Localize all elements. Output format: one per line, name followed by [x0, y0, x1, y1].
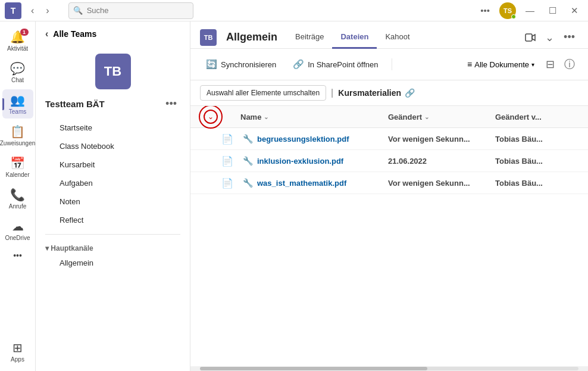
maximize-button[interactable]: ☐: [544, 3, 561, 18]
file-link-1[interactable]: begruessungslektion.pdf: [257, 135, 388, 144]
channels-section-label: ▾ Hauptkanäle: [36, 239, 190, 255]
team-nav-grades[interactable]: Noten: [40, 192, 185, 211]
all-docs-button[interactable]: ≡ Alle Dokumente ▾: [462, 57, 540, 72]
select-all-button[interactable]: Auswahl aller Elemente umschalten: [200, 85, 326, 101]
forward-button[interactable]: ›: [41, 3, 54, 18]
app-logo: T: [5, 2, 21, 19]
dropdown-chevron-icon: ▾: [531, 61, 534, 68]
video-button[interactable]: [521, 30, 539, 45]
scrollbar-thumb: [200, 367, 427, 370]
svg-rect-0: [526, 34, 532, 41]
sidebar-item-apps[interactable]: ⊞ Apps: [2, 337, 33, 366]
header-more-button[interactable]: •••: [560, 27, 578, 47]
tab-dateien[interactable]: Dateien: [332, 26, 377, 49]
main-layout: 🔔 Aktivität 1 💬 Chat 👥 Teams 📋 Zuweisung…: [0, 21, 588, 371]
channel-general[interactable]: Allgemein: [40, 255, 185, 271]
info-button[interactable]: ⓘ: [561, 54, 578, 75]
sidebar-item-chat[interactable]: 💬 Chat: [2, 58, 33, 87]
calls-icon: 📞: [10, 188, 25, 202]
team-avatar: TB: [95, 54, 131, 89]
team-nav-coursework[interactable]: Kursarbeit: [40, 155, 185, 174]
avatar-wrap: TS: [499, 2, 516, 19]
sharepoint-label: In SharePoint öffnen: [308, 60, 378, 69]
chevron-down-icon: ⌄: [208, 113, 214, 121]
team-nav-tasks[interactable]: Aufgaben: [40, 174, 185, 192]
breadcrumb-bar: Auswahl aller Elemente umschalten | Kurs…: [190, 80, 588, 106]
sync-button[interactable]: 🔄 Synchronisieren: [200, 55, 282, 73]
file-action-1: 🔧: [240, 134, 255, 144]
back-to-teams[interactable]: ‹ Alle Teams: [36, 21, 190, 46]
sidebar-label-assignments: Zuweisungen: [0, 140, 35, 146]
toolbar: 🔄 Synchronisieren 🔗 In SharePoint öffnen…: [190, 49, 588, 80]
file-modified-by-1: Tobias Bäu...: [495, 135, 578, 144]
select-all-circle[interactable]: ⌄: [204, 110, 218, 124]
sidebar-item-more[interactable]: •••: [2, 247, 33, 264]
file-modified-1: Vor wenigen Sekunn...: [388, 135, 495, 144]
file-link-2[interactable]: inklusion-exklusion.pdf: [257, 157, 388, 166]
wrench-icon: 🔧: [243, 156, 253, 166]
sidebar-label-teams: Teams: [9, 108, 26, 115]
chevron-down-button[interactable]: ⌄: [542, 27, 558, 48]
col-modified-by-header: Geändert v...: [495, 113, 578, 121]
table-row[interactable]: 📄 🔧 inklusion-exklusion.pdf 21.06.2022 T…: [190, 150, 588, 172]
sidebar-item-calendar[interactable]: 📅 Kalender: [2, 152, 33, 182]
sidebar-item-onedrive[interactable]: ☁ OneDrive: [2, 216, 33, 245]
sidebar-label-calls: Anrufe: [9, 203, 26, 210]
minimize-button[interactable]: —: [521, 3, 539, 18]
row-icon-2: 📄: [221, 155, 240, 167]
file-action-3: 🔧: [240, 178, 255, 188]
filter-button[interactable]: ⊟: [542, 54, 558, 74]
team-nav-reflect[interactable]: Reflect: [40, 211, 185, 229]
team-name: Testteam BÄT: [45, 99, 105, 109]
back-label: Alle Teams: [53, 29, 96, 39]
sidebar-label-onedrive: OneDrive: [5, 235, 30, 241]
sidebar-label-activity: Aktivität: [7, 45, 28, 52]
file-link-3[interactable]: was_ist_mathematik.pdf: [257, 179, 388, 188]
sidebar-item-assignments[interactable]: 📋 Zuweisungen: [2, 121, 33, 150]
tab-beitraege[interactable]: Beiträge: [287, 26, 332, 49]
search-icon: 🔍: [73, 6, 83, 15]
titlebar-right: ••• TS — ☐ ✕: [476, 2, 583, 19]
team-name-row: Testteam BÄT •••: [36, 94, 190, 119]
team-more-button[interactable]: •••: [162, 96, 180, 111]
activity-badge: 1: [20, 29, 29, 36]
sharepoint-button[interactable]: 🔗 In SharePoint öffnen: [287, 55, 384, 73]
sharepoint-icon: 🔗: [293, 59, 304, 70]
pdf-icon: 📄: [221, 155, 233, 167]
tab-kahoot[interactable]: Kahoot: [377, 26, 418, 49]
file-action-2: 🔧: [240, 156, 255, 166]
filter-icon: ⊟: [546, 58, 555, 71]
header-tabs: Beiträge Dateien Kahoot: [287, 26, 512, 48]
breadcrumb-separator: |: [331, 88, 333, 98]
sync-label: Synchronisieren: [221, 60, 276, 69]
file-name-col-2: 🔧 inklusion-exklusion.pdf: [240, 156, 388, 166]
table-row[interactable]: 📄 🔧 begruessungslektion.pdf Vor wenigen …: [190, 128, 588, 150]
sidebar-item-calls[interactable]: 📞 Anrufe: [2, 184, 33, 213]
team-nav-startseite[interactable]: Startseite: [40, 119, 185, 137]
sidebar-item-teams[interactable]: 👥 Teams: [2, 89, 33, 119]
name-sort-icon: ⌄: [264, 114, 268, 120]
search-input[interactable]: [68, 2, 193, 19]
calendar-icon: 📅: [10, 156, 25, 170]
horizontal-scrollbar[interactable]: [190, 366, 588, 371]
close-button[interactable]: ✕: [566, 3, 583, 18]
folder-link-icon[interactable]: 🔗: [405, 88, 415, 98]
col-modified-header[interactable]: Geändert ⌄: [388, 113, 495, 121]
wrench-icon: 🔧: [243, 178, 253, 188]
team-nav-notebook[interactable]: Class Notebook: [40, 137, 185, 155]
file-table: ⌄ Name ⌄ Geändert ⌄ Geändert v...: [190, 106, 588, 366]
file-modified-3: Vor wenigen Sekunn...: [388, 179, 495, 188]
back-icon: ‹: [45, 29, 48, 39]
sidebar-icons: 🔔 Aktivität 1 💬 Chat 👥 Teams 📋 Zuweisung…: [0, 21, 36, 371]
info-icon: ⓘ: [564, 57, 575, 71]
sidebar-item-activity[interactable]: 🔔 Aktivität 1: [2, 26, 33, 55]
content-team-badge: TB: [200, 29, 217, 46]
more-options-button[interactable]: •••: [476, 3, 495, 18]
table-header: ⌄ Name ⌄ Geändert ⌄ Geändert v...: [190, 106, 588, 128]
col-name-header[interactable]: Name ⌄: [240, 113, 388, 121]
file-name-col-3: 🔧 was_ist_mathematik.pdf: [240, 178, 388, 188]
table-row[interactable]: 📄 🔧 was_ist_mathematik.pdf Vor wenigen S…: [190, 172, 588, 194]
sidebar-label-calendar: Kalender: [5, 172, 29, 178]
modified-sort-icon: ⌄: [424, 114, 429, 120]
back-button[interactable]: ‹: [26, 3, 39, 18]
